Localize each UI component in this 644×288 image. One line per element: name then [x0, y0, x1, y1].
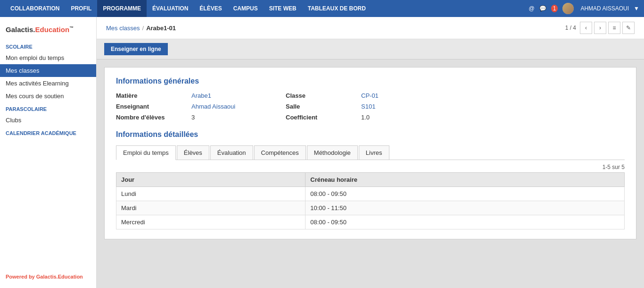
table-row: Lundi 08:00 - 09:50	[116, 187, 625, 201]
section-calendrier: CALENDRIER ACADÉMIQUE	[0, 127, 96, 138]
sidebar-item-elearning[interactable]: Mes activités Elearning	[0, 77, 96, 90]
value-coefficient: 1.0	[361, 114, 455, 121]
row-jour-0: Lundi	[116, 187, 305, 201]
main-content: Mes classes / Arabe1-01 1 / 4 ‹ › ≡ ✎ En…	[97, 17, 644, 288]
value-matiere[interactable]: Arabe1	[191, 92, 286, 99]
table-pagination-info: 1-5 sur 5	[116, 164, 625, 170]
tab-evaluation[interactable]: Évaluation	[210, 145, 253, 160]
teach-online-button[interactable]: Enseigner en ligne	[104, 43, 168, 55]
value-enseignant[interactable]: Ahmad Aissaoui	[191, 103, 286, 110]
nav-campus[interactable]: CAMPUS	[228, 0, 264, 17]
sidebar: Galactis.Education™ SCOLAIRE Mon emploi …	[0, 17, 97, 288]
row-creneau-1: 10:00 - 11:50	[305, 201, 625, 215]
breadcrumb-bar: Mes classes / Arabe1-01 1 / 4 ‹ › ≡ ✎	[97, 17, 644, 39]
col-jour: Jour	[116, 173, 305, 187]
user-chevron-icon[interactable]: ▼	[634, 5, 639, 12]
pagination-display: 1 / 4	[565, 25, 576, 31]
edit-button[interactable]: ✎	[622, 22, 635, 34]
breadcrumb: Mes classes / Arabe1-01	[106, 25, 176, 32]
nav-evaluation[interactable]: ÉVALUATION	[147, 0, 194, 17]
info-card: Informations générales Matière Arabe1 Cl…	[104, 67, 636, 239]
row-creneau-2: 08:00 - 09:50	[305, 215, 625, 229]
logo-black: Galactis.	[6, 25, 35, 34]
sidebar-item-soutien[interactable]: Mes cours de soutien	[0, 90, 96, 102]
label-salle: Salle	[286, 103, 361, 110]
label-classe: Classe	[286, 92, 361, 99]
nav-controls: 1 / 4 ‹ › ≡ ✎	[565, 22, 635, 34]
tab-livres[interactable]: Livres	[359, 145, 389, 160]
section-scolaire: SCOLAIRE	[0, 40, 96, 51]
list-view-button[interactable]: ≡	[608, 22, 620, 34]
nav-programme[interactable]: PROGRAMME	[97, 0, 147, 17]
tab-competences[interactable]: Compétences	[254, 145, 306, 160]
tab-methodologie[interactable]: Méthodologie	[307, 145, 358, 160]
tab-emploi-du-temps[interactable]: Emploi du temps	[116, 145, 176, 160]
pagination-next[interactable]: ›	[594, 22, 606, 34]
label-enseignant: Enseignant	[116, 103, 191, 110]
value-classe[interactable]: CP-01	[361, 92, 455, 99]
at-icon[interactable]: @	[529, 5, 535, 12]
label-coefficient: Coefficient	[286, 114, 361, 121]
label-nb-eleves: Nombre d'élèves	[116, 114, 191, 121]
value-salle[interactable]: S101	[361, 103, 455, 110]
nav-profil[interactable]: PROFIL	[65, 0, 97, 17]
content-area: Informations générales Matière Arabe1 Cl…	[97, 59, 644, 288]
message-badge: 1	[551, 5, 558, 12]
detailed-info-title: Informations détaillées	[116, 130, 625, 139]
table-row: Mercredi 08:00 - 09:50	[116, 215, 625, 229]
logo: Galactis.Education™	[0, 22, 96, 40]
row-jour-1: Mardi	[116, 201, 305, 215]
user-name[interactable]: AHMAD AISSAOUI	[580, 5, 629, 12]
schedule-table: Jour Créneau horaire Lundi 08:00 - 09:50…	[116, 172, 625, 229]
general-info-title: Informations générales	[116, 77, 625, 85]
top-nav-right: @ 💬 1 AHMAD AISSAOUI ▼	[529, 3, 639, 14]
breadcrumb-current: Arabe1-01	[146, 25, 176, 32]
tab-eleves[interactable]: Élèves	[177, 145, 209, 160]
message-icon[interactable]: 💬	[539, 5, 546, 12]
main-layout: Galactis.Education™ SCOLAIRE Mon emploi …	[0, 17, 644, 288]
general-info-grid: Matière Arabe1 Classe CP-01 Enseignant A…	[116, 92, 625, 121]
toolbar: Enseigner en ligne	[97, 39, 644, 59]
label-matiere: Matière	[116, 92, 191, 99]
nav-siteweb[interactable]: SITE WEB	[264, 0, 302, 17]
row-creneau-0: 08:00 - 09:50	[305, 187, 625, 201]
avatar	[562, 3, 574, 14]
col-creneau: Créneau horaire	[305, 173, 625, 187]
sidebar-item-mes-classes[interactable]: Mes classes	[0, 64, 96, 77]
breadcrumb-parent[interactable]: Mes classes	[106, 25, 140, 32]
nav-tableaux[interactable]: TABLEAUX DE BORD	[302, 0, 372, 17]
logo-tm: ™	[69, 25, 74, 30]
table-row: Mardi 10:00 - 11:50	[116, 201, 625, 215]
value-nb-eleves: 3	[191, 114, 286, 121]
detail-tabs: Emploi du temps Élèves Évaluation Compét…	[116, 145, 625, 160]
sidebar-footer: Powered by Galactis.Education	[0, 270, 96, 283]
sidebar-item-emploi-du-temps[interactable]: Mon emploi du temps	[0, 51, 96, 64]
logo-red: Education	[35, 25, 70, 34]
row-jour-2: Mercredi	[116, 215, 305, 229]
nav-eleves[interactable]: ÉLÈVES	[194, 0, 227, 17]
nav-collaboration[interactable]: COLLABORATION	[5, 0, 65, 17]
sidebar-item-clubs[interactable]: Clubs	[0, 114, 96, 127]
section-parascolaire: PARASCOLAIRE	[0, 102, 96, 114]
pagination-prev[interactable]: ‹	[580, 22, 592, 34]
breadcrumb-separator: /	[142, 25, 144, 32]
top-navigation: COLLABORATION PROFIL PROGRAMME ÉVALUATIO…	[0, 0, 644, 17]
